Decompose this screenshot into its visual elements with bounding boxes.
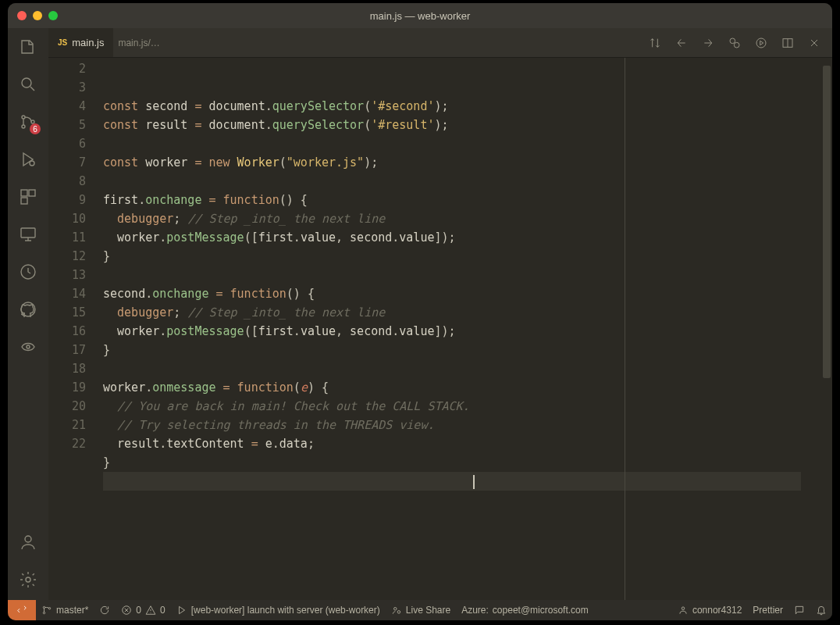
problems-indicator[interactable]: 0 0: [116, 600, 170, 620]
close-editor-icon[interactable]: [807, 36, 821, 50]
line-number: 8: [48, 172, 86, 191]
line-number: 11: [48, 228, 86, 247]
tab-bar: JS main.js main.js/…: [48, 28, 832, 58]
liveshare-icon[interactable]: [17, 336, 39, 358]
code-line[interactable]: // You are back in main! Check out the C…: [103, 397, 801, 416]
code-line[interactable]: const result = document.querySelector('#…: [103, 116, 801, 134]
tab-filename: main.js: [72, 37, 104, 48]
debug-launch-indicator[interactable]: [web-worker] launch with server (web-wor…: [171, 600, 386, 620]
compare-changes-icon[interactable]: [648, 36, 662, 50]
code-line[interactable]: // Try selecting threads in the THREADS …: [103, 416, 801, 434]
svg-point-13: [26, 577, 30, 582]
github-icon[interactable]: [17, 298, 39, 320]
remote-indicator[interactable]: [8, 600, 36, 620]
liveshare-status[interactable]: Live Share: [386, 600, 456, 620]
minimize-window-button[interactable]: [33, 11, 42, 20]
close-window-button[interactable]: [17, 11, 27, 20]
svg-point-2: [22, 125, 25, 128]
formatter-name: Prettier: [753, 605, 783, 616]
run-debug-icon[interactable]: [17, 148, 39, 170]
code-line[interactable]: const worker = new Worker("worker.js");: [103, 153, 801, 172]
code-line[interactable]: }: [103, 453, 801, 472]
svg-point-4: [30, 161, 34, 166]
user-name: connor4312: [692, 605, 742, 616]
line-number: 2: [48, 59, 86, 78]
svg-rect-7: [21, 198, 27, 204]
minimap[interactable]: [801, 58, 832, 600]
sync-button[interactable]: [94, 600, 116, 620]
accounts-icon[interactable]: [17, 531, 39, 553]
notifications-icon[interactable]: [810, 600, 832, 620]
extensions-icon[interactable]: [17, 186, 39, 208]
breadcrumb[interactable]: main.js/…: [118, 38, 159, 48]
code-line[interactable]: [103, 266, 801, 284]
code-line[interactable]: second.onchange = function() {: [103, 284, 801, 303]
code-line[interactable]: [103, 172, 801, 191]
split-editor-icon[interactable]: [781, 36, 795, 50]
svg-point-12: [25, 536, 31, 542]
liveshare-label: Live Share: [406, 605, 450, 616]
svg-point-14: [730, 38, 735, 44]
code-line[interactable]: worker.postMessage([first.value, second.…: [103, 228, 801, 247]
feedback-icon[interactable]: [788, 600, 810, 620]
code-line[interactable]: const second = document.querySelector('#…: [103, 97, 801, 116]
run-icon[interactable]: [754, 36, 768, 50]
code-line[interactable]: worker.postMessage([first.value, second.…: [103, 322, 801, 341]
source-control-icon[interactable]: 6: [17, 111, 39, 133]
code-line[interactable]: [103, 134, 801, 153]
traffic-lights: [17, 11, 58, 20]
line-number: 16: [48, 322, 86, 341]
line-number: 22: [48, 434, 86, 453]
line-number: 18: [48, 359, 86, 378]
line-number: 13: [48, 266, 86, 284]
azure-email: copeet@microsoft.com: [493, 605, 589, 616]
line-number: 3: [48, 78, 86, 97]
tab-main-js[interactable]: JS main.js: [48, 28, 113, 57]
editor[interactable]: 2345678910111213141516171819202122 const…: [48, 58, 832, 600]
code-line[interactable]: debugger; // Step _into_ the next line: [103, 303, 801, 322]
code-line[interactable]: }: [103, 341, 801, 359]
line-number: 5: [48, 116, 86, 134]
user-account[interactable]: connor4312: [672, 600, 747, 620]
code-area[interactable]: const second = document.querySelector('#…: [103, 58, 801, 600]
editor-actions: [648, 36, 832, 50]
diff-icon[interactable]: [728, 36, 742, 50]
formatter-indicator[interactable]: Prettier: [747, 600, 788, 620]
branch-name: master*: [56, 605, 88, 616]
svg-point-11: [27, 345, 30, 348]
svg-rect-6: [29, 190, 35, 196]
code-line[interactable]: first.onchange = function() {: [103, 191, 801, 209]
launch-config-name: [web-worker] launch with server (web-wor…: [191, 605, 380, 616]
svg-point-18: [43, 606, 44, 608]
status-bar: master* 0 0 [web-worker] launch with ser…: [8, 600, 832, 620]
code-line[interactable]: [103, 472, 801, 491]
azure-account[interactable]: Azure: copeet@microsoft.com: [456, 600, 594, 620]
window-title: main.js — web-worker: [370, 10, 471, 22]
vscode-window: main.js — web-worker 6: [8, 3, 832, 620]
code-line[interactable]: result.textContent = e.data;: [103, 434, 801, 453]
line-number: 7: [48, 153, 86, 172]
line-number: 19: [48, 378, 86, 397]
code-line[interactable]: }: [103, 247, 801, 266]
maximize-window-button[interactable]: [48, 11, 58, 20]
search-icon[interactable]: [17, 73, 39, 95]
timeline-icon[interactable]: [17, 261, 39, 283]
code-line[interactable]: worker.onmessage = function(e) {: [103, 378, 801, 397]
scm-badge: 6: [30, 123, 41, 134]
settings-gear-icon[interactable]: [17, 569, 39, 591]
line-number: 15: [48, 303, 86, 322]
code-line[interactable]: [103, 359, 801, 378]
remote-explorer-icon[interactable]: [17, 223, 39, 245]
line-number: 6: [48, 134, 86, 153]
activity-bar: 6: [8, 28, 48, 600]
svg-point-22: [393, 608, 397, 611]
branch-indicator[interactable]: master*: [36, 600, 94, 620]
go-forward-icon[interactable]: [701, 36, 715, 50]
go-back-icon[interactable]: [674, 36, 689, 50]
svg-point-24: [682, 607, 685, 610]
explorer-icon[interactable]: [17, 36, 39, 58]
code-line[interactable]: debugger; // Step _into_ the next line: [103, 209, 801, 228]
line-number-gutter: 2345678910111213141516171819202122: [48, 58, 103, 600]
minimap-thumb[interactable]: [823, 66, 831, 378]
svg-point-16: [756, 38, 766, 48]
